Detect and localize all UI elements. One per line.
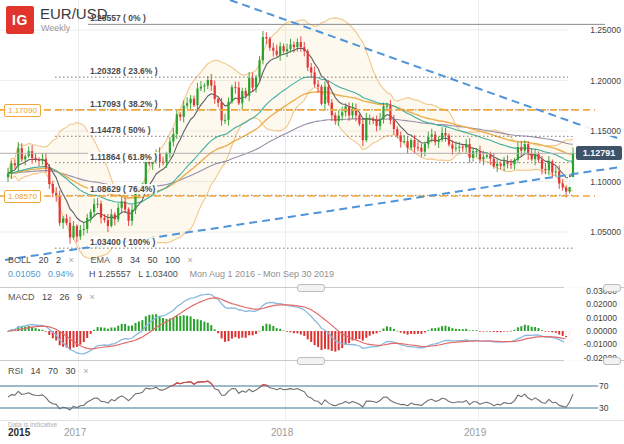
rsi-param-period: 14 bbox=[31, 366, 41, 376]
ig-logo[interactable]: IG bbox=[6, 6, 34, 34]
stat-low: L 1.03400 bbox=[138, 269, 178, 279]
bollinger-bands bbox=[8, 18, 573, 259]
stat-high: H 1.25557 bbox=[89, 269, 131, 279]
remove-rsi-button[interactable]: × bbox=[83, 366, 88, 376]
boll-param-dev: 2 bbox=[56, 255, 61, 265]
ema-param-100: 100 bbox=[165, 255, 180, 265]
panel-divider-handle[interactable] bbox=[297, 284, 325, 292]
ema-param-34: 34 bbox=[130, 255, 140, 265]
trading-chart-app: 1.250001.200001.150001.100001.050000.030… bbox=[0, 0, 624, 444]
rsi-indicator-name[interactable]: RSI bbox=[8, 366, 23, 376]
rsi-legend: RSI 14 70 30 × bbox=[8, 366, 88, 376]
remove-ema-button[interactable]: × bbox=[188, 255, 193, 265]
chart-canvas bbox=[0, 0, 624, 444]
remove-boll-button[interactable]: × bbox=[69, 255, 74, 265]
rsi-param-oversold: 30 bbox=[66, 366, 76, 376]
macd-panel bbox=[7, 294, 574, 354]
timeframe-label: Weekly bbox=[41, 23, 70, 33]
symbol-title: EUR/USD bbox=[40, 5, 108, 22]
stat-change-pct: 0.94% bbox=[48, 269, 74, 279]
panel-divider-handle[interactable] bbox=[603, 284, 621, 292]
stat-date-range: Mon Aug 1 2016 - Mon Sep 30 2019 bbox=[189, 269, 334, 279]
boll-param-period: 20 bbox=[39, 255, 49, 265]
ema-param-50: 50 bbox=[147, 255, 157, 265]
macd-param-fast: 12 bbox=[42, 292, 52, 302]
boll-indicator-name[interactable]: BOLL bbox=[8, 255, 31, 265]
ig-logo-text: IG bbox=[12, 12, 28, 28]
price-alert-label-lower[interactable]: 1.08570 bbox=[4, 190, 41, 203]
ema-indicator-name[interactable]: EMA bbox=[90, 255, 110, 265]
rsi-param-overbought: 70 bbox=[48, 366, 58, 376]
macd-legend: MACD 12 26 9 × bbox=[8, 292, 95, 302]
overlay-indicators-legend: BOLL 20 2 × EMA 8 34 50 100 × bbox=[8, 255, 193, 265]
macd-indicator-name[interactable]: MACD bbox=[8, 292, 35, 302]
rsi-panel bbox=[0, 381, 607, 410]
price-stats-row: 0.01050 0.94% H 1.25557 L 1.03400 Mon Au… bbox=[8, 269, 339, 279]
macd-param-slow: 26 bbox=[60, 292, 70, 302]
stat-change: 0.01050 bbox=[8, 269, 41, 279]
data-indicative-note: Data is indicative bbox=[8, 421, 57, 428]
panel-divider-handle[interactable] bbox=[603, 357, 621, 365]
current-price-badge: 1.12791 bbox=[576, 146, 622, 160]
remove-macd-button[interactable]: × bbox=[90, 292, 95, 302]
panel-divider-handle[interactable] bbox=[297, 357, 325, 365]
macd-param-signal: 9 bbox=[77, 292, 82, 302]
ema-param-8: 8 bbox=[117, 255, 122, 265]
price-alert-label-upper[interactable]: 1.17090 bbox=[4, 104, 41, 117]
